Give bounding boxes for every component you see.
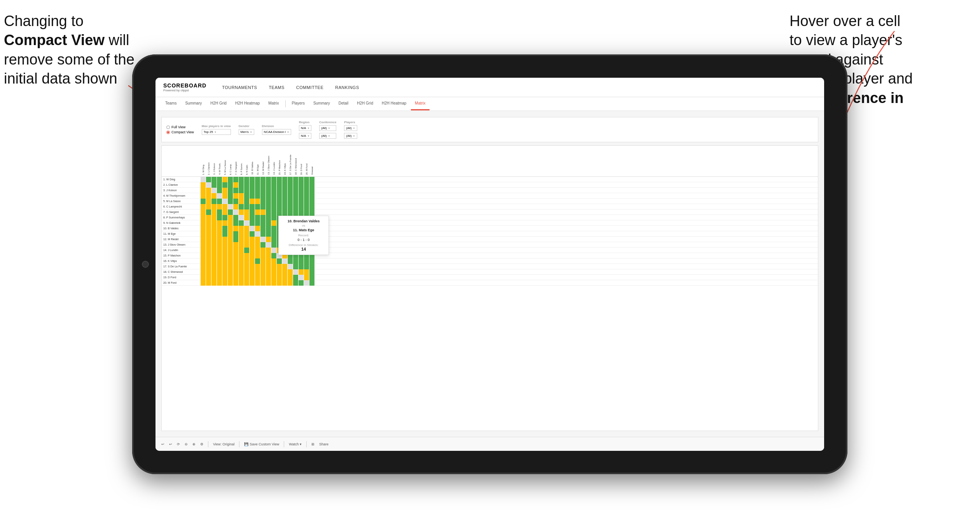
- grid-cell-8-12[interactable]: [266, 220, 271, 226]
- grid-cell-4-19[interactable]: [304, 199, 309, 204]
- grid-cell-17-11[interactable]: [260, 269, 266, 275]
- grid-cell-15-19[interactable]: [304, 258, 309, 264]
- tab-h2h-heatmap2[interactable]: H2H Heatmap: [378, 97, 410, 110]
- toolbar-view-original[interactable]: View: Original: [213, 442, 234, 446]
- toolbar-redo[interactable]: ↩: [169, 442, 172, 446]
- grid-cell-0-10[interactable]: [255, 177, 260, 182]
- toolbar-grid[interactable]: ⊞: [311, 442, 314, 446]
- grid-cell-6-6[interactable]: [233, 209, 239, 215]
- grid-cell-5-12[interactable]: [266, 204, 271, 209]
- grid-cell-16-2[interactable]: [211, 264, 217, 269]
- grid-cell-11-4[interactable]: [222, 237, 228, 242]
- grid-cell-18-5[interactable]: [228, 275, 233, 280]
- grid-cell-15-1[interactable]: [206, 258, 211, 264]
- grid-cell-15-15[interactable]: [282, 258, 288, 264]
- grid-cell-13-0[interactable]: [201, 248, 206, 253]
- grid-cell-16-3[interactable]: [217, 264, 222, 269]
- grid-cell-19-4[interactable]: [222, 280, 228, 286]
- grid-cell-8-5[interactable]: [228, 220, 233, 226]
- grid-cell-19-2[interactable]: [211, 280, 217, 286]
- grid-cell-1-11[interactable]: [260, 182, 266, 188]
- grid-cell-1-3[interactable]: [217, 182, 222, 188]
- grid-cell-12-8[interactable]: [244, 242, 250, 248]
- grid-cell-6-11[interactable]: [260, 209, 266, 215]
- grid-cell-8-10[interactable]: [255, 220, 260, 226]
- grid-cell-16-14[interactable]: [277, 264, 282, 269]
- grid-cell-7-2[interactable]: [211, 215, 217, 220]
- grid-cell-6-4[interactable]: [222, 209, 228, 215]
- grid-cell-12-10[interactable]: [255, 242, 260, 248]
- grid-cell-15-10[interactable]: [255, 258, 260, 264]
- grid-cell-0-2[interactable]: [211, 177, 217, 182]
- grid-cell-14-0[interactable]: [201, 253, 206, 258]
- grid-cell-17-12[interactable]: [266, 269, 271, 275]
- grid-cell-17-18[interactable]: [299, 269, 304, 275]
- grid-cell-3-19[interactable]: [304, 193, 309, 199]
- grid-cell-10-1[interactable]: [206, 231, 211, 237]
- grid-cell-2-19[interactable]: [304, 188, 309, 193]
- grid-cell-0-15[interactable]: [282, 177, 288, 182]
- grid-cell-2-15[interactable]: [282, 188, 288, 193]
- grid-cell-13-13[interactable]: [271, 248, 277, 253]
- grid-cell-19-16[interactable]: [288, 280, 293, 286]
- grid-cell-9-7[interactable]: [239, 226, 244, 231]
- region-select[interactable]: N/A ▼: [299, 125, 311, 131]
- grid-cell-12-4[interactable]: [222, 242, 228, 248]
- grid-cell-12-1[interactable]: [206, 242, 211, 248]
- grid-cell-11-10[interactable]: [255, 237, 260, 242]
- grid-cell-13-6[interactable]: [233, 248, 239, 253]
- grid-cell-4-4[interactable]: [222, 199, 228, 204]
- grid-cell-4-1[interactable]: [206, 199, 211, 204]
- grid-cell-5-2[interactable]: [211, 204, 217, 209]
- grid-cell-15-16[interactable]: [288, 258, 293, 264]
- grid-cell-0-8[interactable]: [244, 177, 250, 182]
- grid-cell-6-2[interactable]: [211, 209, 217, 215]
- grid-cell-4-20[interactable]: [309, 199, 315, 204]
- grid-cell-18-18[interactable]: [299, 275, 304, 280]
- grid-cell-3-5[interactable]: [228, 193, 233, 199]
- grid-cell-4-11[interactable]: [260, 199, 266, 204]
- grid-cell-16-1[interactable]: [206, 264, 211, 269]
- grid-cell-18-6[interactable]: [233, 275, 239, 280]
- grid-cell-4-2[interactable]: [211, 199, 217, 204]
- grid-cell-1-5[interactable]: [228, 182, 233, 188]
- tab-players[interactable]: Players: [288, 97, 309, 110]
- grid-cell-0-16[interactable]: [288, 177, 293, 182]
- grid-cell-2-17[interactable]: [293, 188, 299, 193]
- grid-cell-10-11[interactable]: [260, 231, 266, 237]
- grid-cell-0-19[interactable]: [304, 177, 309, 182]
- grid-cell-17-15[interactable]: [282, 269, 288, 275]
- grid-cell-5-11[interactable]: [260, 204, 266, 209]
- grid-cell-10-13[interactable]: [271, 231, 277, 237]
- grid-cell-13-9[interactable]: [250, 248, 255, 253]
- grid-cell-18-9[interactable]: [250, 275, 255, 280]
- grid-cell-3-10[interactable]: [255, 193, 260, 199]
- grid-cell-5-14[interactable]: [277, 204, 282, 209]
- grid-cell-1-8[interactable]: [244, 182, 250, 188]
- grid-cell-4-10[interactable]: [255, 199, 260, 204]
- grid-cell-2-2[interactable]: [211, 188, 217, 193]
- grid-cell-6-19[interactable]: [304, 209, 309, 215]
- division-select[interactable]: NCAA Division I ▼: [262, 129, 291, 135]
- radio-compact-view[interactable]: Compact View: [166, 130, 194, 134]
- grid-cell-6-7[interactable]: [239, 209, 244, 215]
- grid-cell-16-11[interactable]: [260, 264, 266, 269]
- grid-cell-6-12[interactable]: [266, 209, 271, 215]
- grid-cell-11-5[interactable]: [228, 237, 233, 242]
- grid-cell-15-7[interactable]: [239, 258, 244, 264]
- grid-cell-4-17[interactable]: [293, 199, 299, 204]
- grid-cell-18-1[interactable]: [206, 275, 211, 280]
- grid-cell-9-0[interactable]: [201, 226, 206, 231]
- grid-cell-6-15[interactable]: [282, 209, 288, 215]
- grid-cell-16-9[interactable]: [250, 264, 255, 269]
- grid-cell-8-0[interactable]: [201, 220, 206, 226]
- grid-cell-6-1[interactable]: [206, 209, 211, 215]
- grid-cell-11-7[interactable]: [239, 237, 244, 242]
- grid-cell-16-18[interactable]: [299, 264, 304, 269]
- grid-cell-19-9[interactable]: [250, 280, 255, 286]
- conference-select[interactable]: (All) ▼: [319, 125, 336, 131]
- grid-cell-12-7[interactable]: [239, 242, 244, 248]
- toolbar-save-custom[interactable]: 💾 Save Custom View: [244, 442, 279, 446]
- grid-cell-18-0[interactable]: [201, 275, 206, 280]
- players-select[interactable]: (All) ▼: [344, 125, 357, 131]
